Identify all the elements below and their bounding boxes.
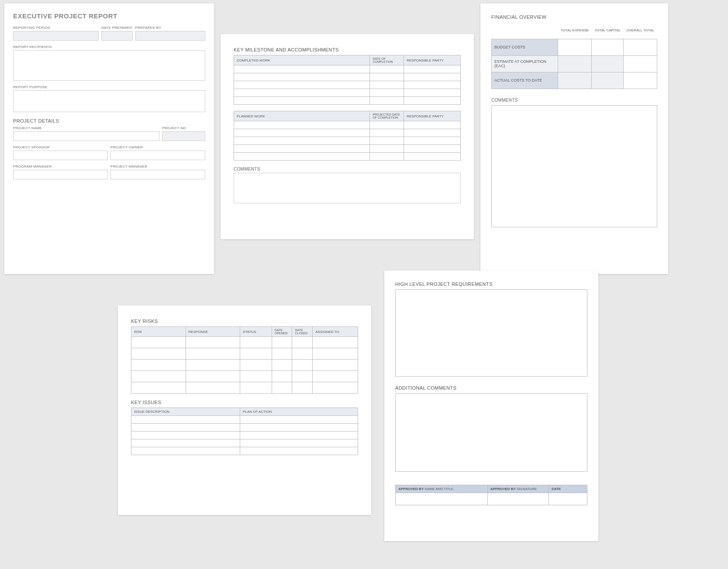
page-executive-report: EXECUTIVE PROJECT REPORT REPORTING PERIO… bbox=[4, 3, 214, 7]
page-financial: FINANCIAL OVERVIEW TOTAL EXPENSE TOTAL C… bbox=[480, 3, 668, 7]
